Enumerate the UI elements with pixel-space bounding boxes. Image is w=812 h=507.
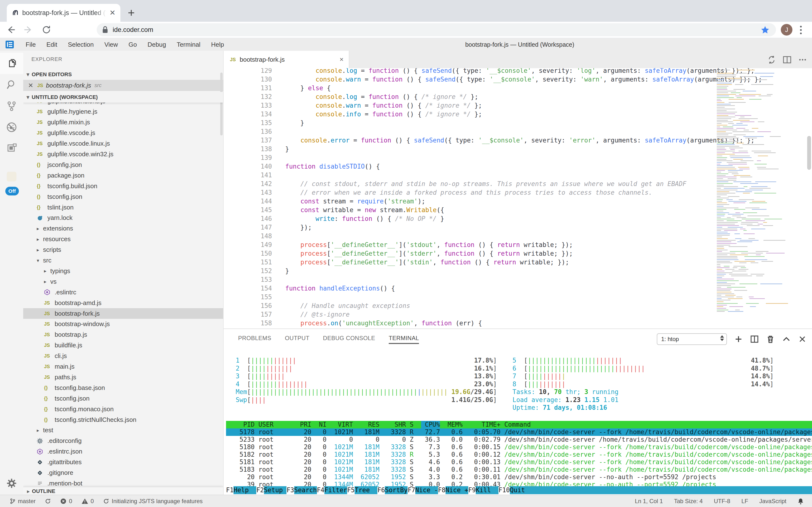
tree-item-package.json[interactable]: {}package.json (23, 170, 223, 181)
browser-tab[interactable]: bootstrap-fork.js — Untitled (W ✕ (7, 4, 120, 22)
tree-item-gulpfile.vscode.win32.js[interactable]: JSgulpfile.vscode.win32.js (23, 149, 223, 160)
off-badge[interactable]: Off (5, 187, 19, 195)
menu-go[interactable]: Go (123, 41, 142, 48)
process-row-5183[interactable]: 5183root2001021M181M3328S4.00.60:00.11/d… (226, 466, 812, 473)
process-row-5233[interactable]: 5233root200000Z36.30.00:02.79/dev/shm/bi… (226, 436, 812, 443)
status-0[interactable]: 0 (60, 498, 72, 505)
tree-item-tslint.json[interactable]: {}tslint.json (23, 202, 223, 213)
more-actions-icon[interactable] (798, 55, 807, 64)
menu-selection[interactable]: Selection (63, 41, 99, 48)
status-javascript[interactable]: JavaScript (759, 498, 787, 505)
address-bar[interactable]: ide.coder.com (97, 23, 776, 36)
tree-item-tsconfig.base.json[interactable]: {}tsconfig.base.json (23, 382, 223, 393)
tree-item-.gitattributes[interactable]: .gitattributes (23, 457, 223, 467)
sync-layout-icon[interactable] (767, 55, 776, 64)
tree-item-gulpfile.hygiene.js[interactable]: JSgulpfile.hygiene.js (23, 106, 223, 117)
sidebar-scrollbar[interactable] (220, 72, 223, 135)
htop-fnkey-bar[interactable]: F1Help F2Setup F3SearchF4FilterF5Tree F6… (226, 486, 812, 494)
tree-item-scripts[interactable]: ▸scripts (23, 244, 223, 255)
menu-help[interactable]: Help (206, 41, 229, 48)
section-open-editors[interactable]: ▾ OPEN EDITORS (23, 69, 223, 80)
process-row-20[interactable]: 20root2001344M620521952S3.30.20:30.01/de… (226, 473, 812, 481)
status-0[interactable]: 0 (81, 498, 94, 505)
tree-item-.eslintrc[interactable]: .eslintrc (23, 287, 223, 297)
menu-edit[interactable]: Edit (41, 41, 63, 48)
status-utf-8[interactable]: UTF-8 (714, 498, 730, 505)
tree-item-.eslintrc.json[interactable]: .eslintrc.json (23, 446, 223, 457)
status-bell[interactable] (798, 498, 804, 505)
split-editor-icon[interactable] (783, 55, 792, 64)
menu-debug[interactable]: Debug (142, 41, 171, 48)
forward-button[interactable] (21, 22, 36, 37)
editor-tab-close-icon[interactable]: × (339, 56, 343, 63)
process-row-5182[interactable]: 5182root2001021M181M3328R5.30.60:00.12/d… (226, 451, 812, 458)
tree-item-gulpfile.vscode.linux.js[interactable]: JSgulpfile.vscode.linux.js (23, 138, 223, 149)
tree-item-yarn.lock[interactable]: yarn.lock (23, 213, 223, 223)
section-workspace[interactable]: ▾ UNTITLED (WORKSPACE) (23, 92, 223, 103)
tree-item-resources[interactable]: ▸resources (23, 234, 223, 244)
lock-icon[interactable] (102, 26, 108, 34)
minimap[interactable] (717, 70, 777, 314)
editor-tab-active[interactable]: JS bootstrap-fork.js × (224, 51, 349, 68)
menu-terminal[interactable]: Terminal (171, 41, 206, 48)
tree-item-tsconfig.build.json[interactable]: {}tsconfig.build.json (23, 181, 223, 191)
close-icon[interactable]: ✕ (28, 82, 34, 89)
tree-item-tsconfig.monaco.json[interactable]: {}tsconfig.monaco.json (23, 404, 223, 414)
tree-item-gulpfile.mixin.js[interactable]: JSgulpfile.mixin.js (23, 117, 223, 128)
code-line-158[interactable]: 158 process.on('uncaughtException', func… (224, 319, 812, 328)
tree-item-cli.js[interactable]: JScli.js (23, 351, 223, 361)
tree-item-gulpfile.vscode.js[interactable]: JSgulpfile.vscode.js (23, 128, 223, 138)
avatar[interactable]: J (781, 24, 793, 36)
tree-item-extensions[interactable]: ▸extensions (23, 223, 223, 234)
url-text[interactable]: ide.coder.com (113, 26, 153, 34)
new-tab-button[interactable] (126, 7, 137, 18)
status-lf[interactable]: LF (741, 498, 748, 505)
tree-item-tsconfig.json[interactable]: {}tsconfig.json (23, 191, 223, 202)
editor-scrollbar[interactable] (807, 136, 811, 170)
tree-item-bootstrap-fork.js[interactable]: JSbootstrap-fork.js (23, 308, 223, 319)
open-editor-item[interactable]: ✕ JS bootstrap-fork.js src (23, 80, 223, 91)
tab-close-icon[interactable]: ✕ (110, 9, 116, 16)
status-tab-size-4[interactable]: Tab Size: 4 (674, 498, 703, 505)
status-initializing-js-ts-language-[interactable]: Initializing JS/TS language features (103, 498, 202, 505)
activity-debug-disabled[interactable] (0, 117, 23, 138)
menu-file[interactable]: File (20, 41, 41, 48)
terminal[interactable]: 1 [|||||||||||| 17.8%]5 [|||||||||||||||… (224, 329, 812, 495)
status-sync[interactable] (45, 498, 51, 504)
activity-extra-icon[interactable] (7, 172, 16, 181)
process-row-5178[interactable]: 5178root2001021M181M3328R72.70.60:05.70/… (226, 429, 812, 436)
tree-item-vs[interactable]: ▸vs (23, 276, 223, 287)
activity-extensions[interactable] (0, 138, 23, 159)
code-editor[interactable]: 129 console.log = function () { safeSend… (224, 68, 812, 329)
activity-search[interactable] (0, 74, 23, 95)
process-row-5181[interactable]: 5181root2001021M181M3328S4.60.60:00.13/d… (226, 458, 812, 466)
tree-item-jsconfig.json[interactable]: {}jsconfig.json (23, 159, 223, 170)
status-master[interactable]: master (10, 498, 36, 505)
htop-table-header[interactable]: PIDUSERPRINIVIRTRESSHRSCPU%MEM%TIME+Comm… (226, 421, 812, 429)
tree-item-src[interactable]: ▾src (23, 255, 223, 266)
tree-item-bootstrap-amd.js[interactable]: JSbootstrap-amd.js (23, 297, 223, 308)
app-logo-icon[interactable] (5, 40, 14, 49)
tree-item-test[interactable]: ▸test (23, 425, 223, 436)
activity-source-control[interactable] (0, 95, 23, 117)
activity-explorer[interactable] (0, 53, 23, 74)
back-button[interactable] (3, 22, 18, 37)
section-outline[interactable]: ▸ OUTLINE (23, 487, 223, 495)
bookmark-star-icon[interactable] (760, 25, 770, 35)
tree-item-tsconfig.json[interactable]: {}tsconfig.json (23, 393, 223, 404)
tree-item-.editorconfig[interactable]: .editorconfig (23, 436, 223, 446)
tree-item-gulpfile.extensions.js[interactable]: JSgulpfile.extensions.js (23, 103, 223, 106)
process-row-5180[interactable]: 5180root2001021M181M3328S7.30.60:00.15/d… (226, 443, 812, 451)
tree-item-bootstrap.js[interactable]: JSbootstrap.js (23, 330, 223, 340)
tree-item-paths.js[interactable]: JSpaths.js (23, 372, 223, 382)
reload-button[interactable] (39, 22, 54, 37)
tree-item-typings[interactable]: ▸typings (23, 266, 223, 276)
menu-view[interactable]: View (99, 41, 123, 48)
tree-item-main.js[interactable]: JSmain.js (23, 361, 223, 372)
tree-item-.gitignore[interactable]: .gitignore (23, 467, 223, 478)
browser-menu-icon[interactable] (799, 25, 803, 35)
status-ln-1-col-1[interactable]: Ln 1, Col 1 (635, 498, 663, 505)
settings-gear-icon[interactable] (0, 473, 23, 494)
tree-item-bootstrap-window.js[interactable]: JSbootstrap-window.js (23, 319, 223, 330)
tree-item-buildfile.js[interactable]: JSbuildfile.js (23, 340, 223, 351)
